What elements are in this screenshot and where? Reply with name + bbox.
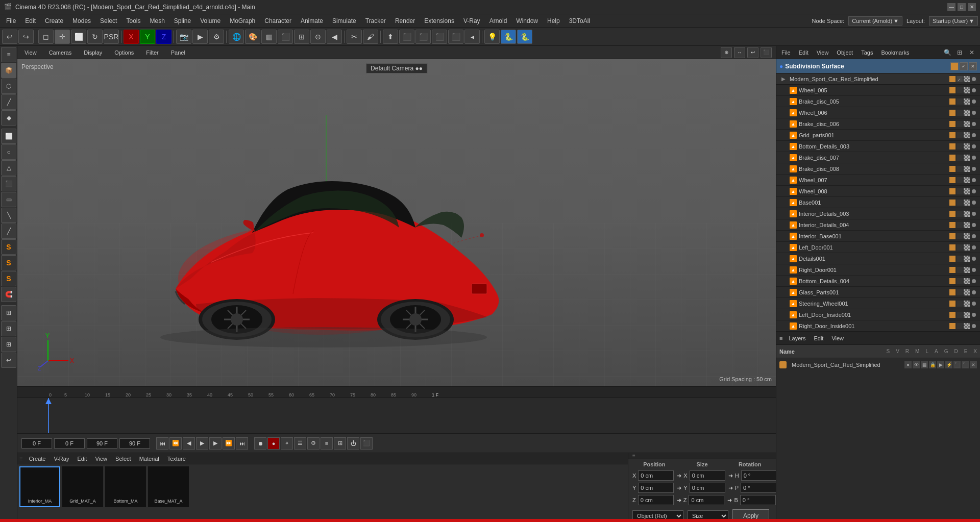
obj-close-btn[interactable]: ✕ bbox=[967, 47, 977, 58]
current-frame-input[interactable] bbox=[54, 438, 85, 449]
obj-vis-base001[interactable] bbox=[957, 200, 963, 206]
python2-btn[interactable]: 🐍 bbox=[517, 30, 532, 44]
layer-btn[interactable]: ⬛ bbox=[360, 437, 373, 450]
obj-color-brakedisc006[interactable] bbox=[949, 121, 955, 127]
obj-item-steeringwheel001[interactable]: ▲ Steering_Wheel001 bbox=[776, 298, 980, 309]
obj-check-rightdoor001[interactable] bbox=[964, 267, 970, 273]
obj-vis-wheel008[interactable] bbox=[957, 188, 963, 194]
obj-check-brakedisc008[interactable] bbox=[964, 166, 970, 172]
playback-settings-btn[interactable]: ⚙ bbox=[307, 437, 320, 450]
sidebar-object-mode[interactable]: 📦 bbox=[1, 63, 16, 78]
obj-color-rightdoor001[interactable] bbox=[949, 267, 955, 273]
vp-menu-panel[interactable]: Panel bbox=[168, 48, 188, 57]
obj-vis-bottomdetails004[interactable] bbox=[957, 278, 963, 284]
menu-render[interactable]: Render bbox=[391, 16, 419, 26]
top-btn[interactable]: ⬆ bbox=[383, 30, 398, 44]
obj-color-bottomdetails004[interactable] bbox=[949, 278, 955, 284]
obj-color-interiorbase001[interactable] bbox=[949, 233, 955, 239]
obj-dot-brakedisc008[interactable] bbox=[971, 166, 977, 172]
obj-item-interiorbase001[interactable]: ▲ Interior_Base001 bbox=[776, 231, 980, 242]
subdiv-expand-icon[interactable]: ● bbox=[779, 63, 783, 70]
obj-check-brakedisc005[interactable] bbox=[964, 98, 970, 105]
prop-rot-h[interactable] bbox=[741, 470, 777, 481]
obj-check-gridparts001[interactable] bbox=[964, 132, 970, 138]
obj-menu-object[interactable]: Object bbox=[835, 48, 855, 57]
layer-icon-exp[interactable]: ⬛ bbox=[962, 361, 969, 368]
vp-icon1[interactable]: ⊕ bbox=[721, 47, 732, 58]
obj-vis-rightdoor001[interactable] bbox=[957, 267, 963, 273]
sidebar-grid2[interactable]: ⊞ bbox=[1, 321, 16, 336]
obj-color-rightdoorinside001[interactable] bbox=[949, 323, 955, 329]
obj-check-interiordetails004[interactable] bbox=[964, 222, 970, 228]
obj-dot-wheel006[interactable] bbox=[971, 110, 977, 116]
axis-z-btn[interactable]: Z bbox=[156, 30, 172, 44]
obj-dot-interiordetails003[interactable] bbox=[971, 211, 977, 217]
obj-check-rightdoorinside001[interactable] bbox=[964, 323, 970, 329]
obj-check-details001[interactable] bbox=[964, 256, 970, 262]
prev-step-btn[interactable]: ◀ bbox=[183, 437, 195, 450]
axis-x-btn[interactable]: X bbox=[124, 30, 139, 44]
obj-item-bottomdetails003[interactable]: ▲ Bottom_Details_003 bbox=[776, 141, 980, 152]
prop-rot-p[interactable] bbox=[741, 483, 776, 493]
obj-dot-interiorbase001[interactable] bbox=[971, 233, 977, 239]
layer-icon-lock[interactable]: 🔒 bbox=[929, 361, 936, 368]
obj-item-interiordetails004[interactable]: ▲ Interior_Details_004 bbox=[776, 219, 980, 231]
obj-menu-bookmarks[interactable]: Bookmarks bbox=[879, 48, 911, 57]
menu-mesh[interactable]: Mesh bbox=[145, 16, 168, 26]
knife-btn[interactable]: ✂ bbox=[347, 30, 362, 44]
rotate-btn[interactable]: ↻ bbox=[87, 30, 103, 44]
obj-dot-base001[interactable] bbox=[971, 200, 977, 206]
obj-check-interiorbase001[interactable] bbox=[964, 233, 970, 239]
sidebar-mode-btn[interactable]: ≡ bbox=[1, 47, 16, 62]
obj-vis-steeringwheel001[interactable] bbox=[957, 301, 963, 307]
obj-vis-details001[interactable] bbox=[957, 256, 963, 262]
obj-dot-gridparts001[interactable] bbox=[971, 132, 977, 138]
sym-btn[interactable]: ⊞ bbox=[294, 30, 309, 44]
light-btn[interactable]: 💡 bbox=[484, 30, 500, 44]
obj-vis-rightdoorinside001[interactable] bbox=[957, 323, 963, 329]
layer-icon-solo[interactable]: ● bbox=[904, 361, 912, 368]
coord-world-btn[interactable]: 🌐 bbox=[229, 30, 244, 44]
mat-menu-vray[interactable]: V-Ray bbox=[52, 455, 71, 463]
prop-pos-z[interactable] bbox=[638, 495, 674, 505]
obj-item-gridparts001[interactable]: ▲ Grid_parts001 bbox=[776, 130, 980, 141]
sidebar-s3[interactable]: S bbox=[1, 271, 16, 286]
subdiv-check-icon[interactable]: ✓ bbox=[960, 62, 968, 70]
obj-dot-bottomdetails004[interactable] bbox=[971, 278, 977, 284]
obj-item-leftdoor001[interactable]: ▲ Left_Door001 bbox=[776, 242, 980, 253]
auto-keyframe-btn[interactable]: ● bbox=[267, 437, 280, 450]
scale-btn[interactable]: ⬜ bbox=[71, 30, 86, 44]
obj-item-glassparts001[interactable]: ▲ Glass_Parts001 bbox=[776, 287, 980, 298]
obj-item-bottomdetails004[interactable]: ▲ Bottom_Details_004 bbox=[776, 276, 980, 287]
mat-menu-select[interactable]: Select bbox=[113, 455, 133, 463]
obj-menu-file[interactable]: File bbox=[779, 48, 793, 57]
obj-color-interiordetails004[interactable] bbox=[949, 222, 955, 228]
obj-color-base001[interactable] bbox=[949, 200, 955, 206]
layer-icon-anim[interactable]: ▶ bbox=[937, 361, 944, 368]
prev-frame-btn[interactable]: ⏪ bbox=[169, 437, 182, 450]
menu-window[interactable]: Window bbox=[512, 16, 542, 26]
layer-icon-gen[interactable]: ⚡ bbox=[945, 361, 952, 368]
obj-vis-glassparts001[interactable] bbox=[957, 289, 963, 295]
right-btn[interactable]: ⬛ bbox=[415, 30, 431, 44]
menu-arnold[interactable]: Arnold bbox=[485, 16, 511, 26]
obj-check-steeringwheel001[interactable] bbox=[964, 301, 970, 307]
layers-menu-layers[interactable]: Layers bbox=[787, 334, 807, 342]
mat-menu-material[interactable]: Material bbox=[137, 455, 161, 463]
sidebar-s[interactable]: S bbox=[1, 239, 16, 255]
obj-vis-brakedisc005[interactable] bbox=[957, 98, 963, 105]
material-grid[interactable]: Grid_MAT_A bbox=[62, 466, 103, 507]
mat-menu-create[interactable]: Create bbox=[27, 455, 47, 463]
obj-check-bottomdetails004[interactable] bbox=[964, 278, 970, 284]
obj-check-glassparts001[interactable] bbox=[964, 289, 970, 295]
obj-vis-bottomdetails003[interactable] bbox=[957, 143, 963, 150]
obj-check-leftdoor001[interactable] bbox=[964, 244, 970, 251]
obj-dot-bottomdetails003[interactable] bbox=[971, 143, 977, 150]
obj-snap-btn[interactable]: ▦ bbox=[261, 30, 277, 44]
obj-color-wheel008[interactable] bbox=[949, 188, 955, 194]
prop-size-mode[interactable]: Size Scale bbox=[688, 510, 728, 519]
menu-character[interactable]: Character bbox=[260, 16, 296, 26]
front-btn[interactable]: ⬛ bbox=[399, 30, 414, 44]
move-btn[interactable]: ✛ bbox=[55, 30, 70, 44]
layer-icon-vis[interactable]: 👁 bbox=[913, 361, 920, 368]
